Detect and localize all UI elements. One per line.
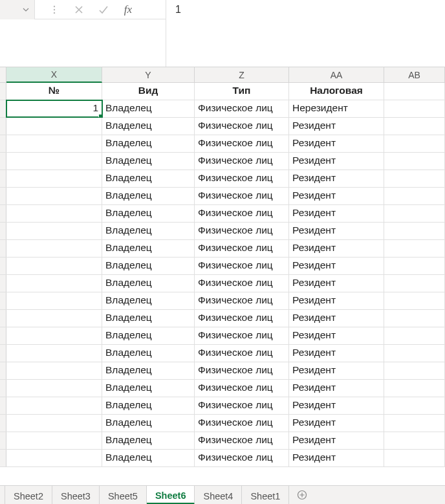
enter-button[interactable] xyxy=(97,3,110,16)
cell[interactable] xyxy=(6,327,102,344)
row-header[interactable] xyxy=(0,432,6,449)
cell[interactable]: Резидент xyxy=(289,188,384,204)
cell[interactable]: Владелец xyxy=(102,345,195,362)
cell[interactable] xyxy=(6,345,102,362)
row-header[interactable] xyxy=(0,170,6,187)
cell[interactable]: Владелец xyxy=(102,450,195,466)
cell[interactable] xyxy=(384,275,445,292)
cell[interactable] xyxy=(384,240,445,257)
cell[interactable]: Резидент xyxy=(289,240,384,257)
cell[interactable] xyxy=(6,135,102,152)
cell[interactable] xyxy=(384,397,445,414)
cell[interactable]: Физическое лиц xyxy=(195,100,289,117)
cell[interactable] xyxy=(384,188,445,204)
row-header[interactable] xyxy=(0,327,6,344)
cell[interactable] xyxy=(384,362,445,379)
cell[interactable]: Физическое лиц xyxy=(195,223,289,239)
cell[interactable]: Владелец xyxy=(102,397,195,414)
cell[interactable] xyxy=(6,188,102,204)
cell[interactable]: Физическое лиц xyxy=(195,450,289,466)
sheet-tab-sheet5[interactable]: Sheet5 xyxy=(100,486,147,504)
column-header-AB[interactable]: AB xyxy=(384,67,445,82)
add-sheet-button[interactable] xyxy=(289,486,315,504)
cell[interactable]: Физическое лиц xyxy=(195,135,289,152)
cell[interactable]: Резидент xyxy=(289,275,384,292)
cell[interactable] xyxy=(384,205,445,222)
row-header[interactable] xyxy=(0,83,6,100)
cell[interactable]: Физическое лиц xyxy=(195,275,289,292)
cell[interactable]: Резидент xyxy=(289,153,384,170)
cell[interactable] xyxy=(384,432,445,449)
sheet-tab-sheet3[interactable]: Sheet3 xyxy=(52,486,100,504)
cell[interactable] xyxy=(6,415,102,432)
cell[interactable] xyxy=(6,362,102,379)
cell[interactable]: Физическое лиц xyxy=(195,415,289,432)
cell[interactable]: Владелец xyxy=(102,275,195,292)
cell[interactable] xyxy=(6,432,102,449)
row-header[interactable] xyxy=(0,100,6,117)
cell[interactable]: Резидент xyxy=(289,345,384,362)
column-header-AA[interactable]: AA xyxy=(289,67,384,82)
row-header[interactable] xyxy=(0,397,6,414)
cell[interactable]: Владелец xyxy=(102,100,195,117)
cell[interactable] xyxy=(384,257,445,274)
cell[interactable]: Резидент xyxy=(289,397,384,414)
cell[interactable]: Резидент xyxy=(289,257,384,274)
cell[interactable] xyxy=(384,450,445,466)
row-header[interactable] xyxy=(0,345,6,362)
cell-header[interactable]: № xyxy=(6,83,102,100)
cell[interactable]: Резидент xyxy=(289,415,384,432)
cell[interactable] xyxy=(6,118,102,135)
cell[interactable]: Владелец xyxy=(102,310,195,327)
cell[interactable]: Нерезидент xyxy=(289,100,384,117)
cell-header[interactable]: Тип xyxy=(195,83,289,100)
cell[interactable] xyxy=(384,345,445,362)
cell[interactable]: Физическое лиц xyxy=(195,310,289,327)
sheet-tab-sheet1[interactable]: Sheet1 xyxy=(242,486,289,504)
row-header[interactable] xyxy=(0,153,6,170)
cell[interactable]: Резидент xyxy=(289,292,384,309)
cell[interactable]: Владелец xyxy=(102,380,195,397)
row-header[interactable] xyxy=(0,310,6,327)
row-header[interactable] xyxy=(0,362,6,379)
cell[interactable]: Резидент xyxy=(289,310,384,327)
cell[interactable] xyxy=(384,380,445,397)
cell[interactable] xyxy=(6,380,102,397)
cell[interactable]: Резидент xyxy=(289,362,384,379)
column-header-Z[interactable]: Z xyxy=(195,67,289,82)
cell[interactable] xyxy=(384,100,445,117)
cell[interactable]: Физическое лиц xyxy=(195,380,289,397)
cell-header[interactable]: Вид xyxy=(102,83,195,100)
cancel-button[interactable] xyxy=(72,3,85,16)
cell[interactable]: Физическое лиц xyxy=(195,345,289,362)
cell[interactable]: Физическое лиц xyxy=(195,240,289,257)
cell[interactable] xyxy=(6,170,102,187)
cell[interactable]: Резидент xyxy=(289,170,384,187)
row-header[interactable] xyxy=(0,450,6,466)
cell[interactable]: Физическое лиц xyxy=(195,205,289,222)
cell[interactable]: Физическое лиц xyxy=(195,292,289,309)
cell[interactable]: Резидент xyxy=(289,223,384,239)
cell[interactable]: Физическое лиц xyxy=(195,327,289,344)
cell[interactable] xyxy=(6,205,102,222)
cell[interactable] xyxy=(6,450,102,466)
cell[interactable]: Владелец xyxy=(102,257,195,274)
row-header[interactable] xyxy=(0,292,6,309)
cell-header[interactable] xyxy=(384,83,445,100)
cell[interactable]: Владелец xyxy=(102,223,195,239)
cell[interactable]: Физическое лиц xyxy=(195,118,289,135)
cell[interactable]: Владелец xyxy=(102,327,195,344)
cell[interactable]: Резидент xyxy=(289,450,384,466)
sheet-tab-sheet4[interactable]: Sheet4 xyxy=(195,486,242,504)
formula-input[interactable]: 1 xyxy=(166,0,445,67)
row-header[interactable] xyxy=(0,223,6,239)
cell[interactable] xyxy=(384,415,445,432)
cell[interactable] xyxy=(384,170,445,187)
row-header[interactable] xyxy=(0,380,6,397)
cell[interactable] xyxy=(6,397,102,414)
cell[interactable]: Владелец xyxy=(102,118,195,135)
cell[interactable]: Физическое лиц xyxy=(195,188,289,204)
cell[interactable] xyxy=(384,310,445,327)
sheet-tab-sheet6[interactable]: Sheet6 xyxy=(147,486,195,504)
sheet-tab-sheet2[interactable]: Sheet2 xyxy=(5,486,52,504)
